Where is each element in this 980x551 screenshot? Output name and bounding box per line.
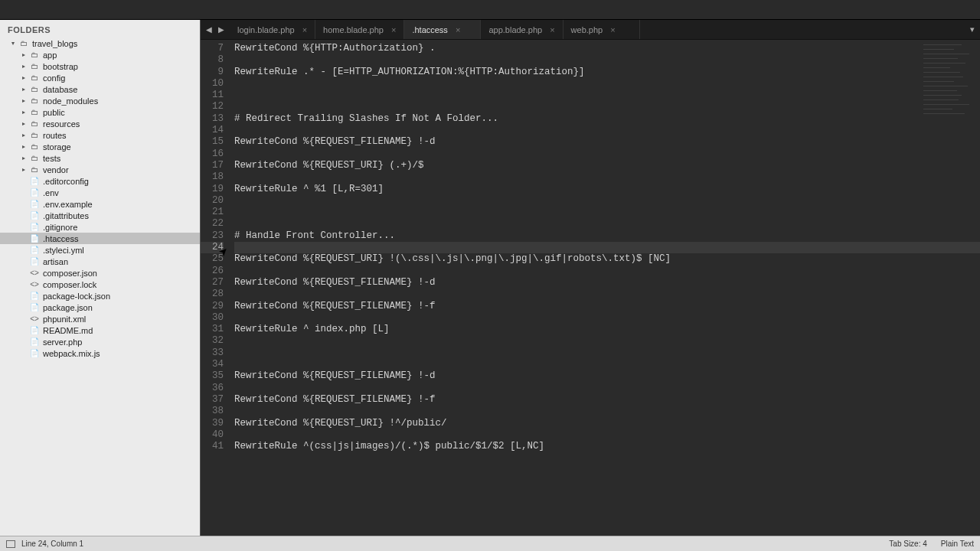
file-item-artisan[interactable]: 📄artisan (0, 256, 200, 267)
folder-item-database[interactable]: ▸🗀database (0, 83, 200, 95)
disclosure-icon[interactable]: ▸ (20, 109, 28, 116)
code-line[interactable] (234, 125, 980, 136)
file-item-readme-md[interactable]: 📄README.md (0, 324, 200, 336)
code-line[interactable]: RewriteCond %{REQUEST_FILENAME} !-d (234, 370, 980, 382)
code-line[interactable] (234, 148, 980, 160)
tab-close-icon[interactable]: × (391, 25, 396, 34)
tab-login-blade-php[interactable]: login.blade.php× (230, 20, 315, 39)
code-line[interactable]: RewriteRule ^(css|js|images)/(.*)$ publi… (234, 441, 980, 452)
code-line[interactable]: RewriteRule ^ %1 [L,R=301] (234, 184, 980, 195)
code-line[interactable]: RewriteCond %{REQUEST_URI} !(\.css|\.js|… (234, 253, 980, 265)
file-item-package-json[interactable]: 📄package.json (0, 302, 200, 313)
tree-item-label: config (43, 73, 65, 83)
file-item--styleci-yml[interactable]: 📄.styleci.yml (0, 244, 200, 256)
disclosure-icon[interactable]: ▸ (20, 97, 28, 105)
code-line[interactable] (234, 195, 980, 207)
folder-item-public[interactable]: ▸🗀public (0, 106, 200, 118)
code-line[interactable] (234, 266, 980, 277)
folder-item-routes[interactable]: ▸🗀routes (0, 129, 200, 141)
tab-close-icon[interactable]: × (610, 25, 615, 34)
line-number: 21 (201, 207, 224, 218)
disclosure-icon[interactable]: ▸ (20, 63, 28, 70)
code-line[interactable] (234, 90, 980, 101)
code-line[interactable] (234, 406, 980, 417)
tree-item-label: package-lock.json (43, 292, 110, 301)
folder-item-tests[interactable]: ▸🗀tests (0, 152, 200, 164)
code-line[interactable] (234, 171, 980, 183)
code-line[interactable] (234, 289, 980, 300)
code-line[interactable]: RewriteRule .* - [E=HTTP_AUTHORIZATION:%… (234, 67, 980, 78)
tab-close-icon[interactable]: × (456, 25, 460, 34)
folder-item-resources[interactable]: ▸🗀resources (0, 118, 200, 129)
file-item--htaccess[interactable]: 📄.htaccess (0, 233, 200, 244)
file-item-phpunit-xml[interactable]: <>phpunit.xml (0, 313, 200, 324)
disclosure-icon[interactable]: ▸ (20, 166, 28, 174)
file-item--editorconfig[interactable]: 📄.editorconfig (0, 175, 200, 187)
file-item-server-php[interactable]: 📄server.php (0, 336, 200, 347)
folder-item-storage[interactable]: ▸🗀storage (0, 141, 200, 152)
code-line[interactable] (234, 78, 980, 90)
code-line[interactable] (234, 207, 980, 218)
code-line[interactable] (234, 429, 980, 441)
file-item--gitignore[interactable]: 📄.gitignore (0, 221, 200, 233)
folder-item-config[interactable]: ▸🗀config (0, 72, 200, 83)
disclosure-icon[interactable]: ▸ (20, 74, 28, 82)
tree-item-label: bootstrap (43, 62, 78, 71)
file-item--gitattributes[interactable]: 📄.gitattributes (0, 210, 200, 221)
code-line[interactable]: RewriteCond %{REQUEST_FILENAME} !-d (234, 136, 980, 148)
tab-web-php[interactable]: web.php× (564, 20, 640, 39)
editor-body[interactable]: 7891011121314151617181920212223242526272… (201, 40, 980, 536)
folder-item-app[interactable]: ▸🗀app (0, 49, 200, 60)
code-line[interactable] (234, 312, 980, 324)
disclosure-icon[interactable]: ▸ (20, 155, 28, 162)
code-line[interactable]: RewriteCond %{REQUEST_URI} (.+)/$ (234, 160, 980, 171)
code-line[interactable]: RewriteCond %{REQUEST_FILENAME} !-f (234, 394, 980, 406)
folder-item-vendor[interactable]: ▸🗀vendor (0, 164, 200, 175)
file-item-composer-json[interactable]: <>composer.json (0, 267, 200, 279)
minimap[interactable] (923, 43, 977, 127)
code-line[interactable] (234, 242, 980, 253)
status-syntax[interactable]: Plain Text (941, 540, 974, 548)
code-line[interactable] (234, 218, 980, 230)
folder-item-bootstrap[interactable]: ▸🗀bootstrap (0, 60, 200, 72)
code-line[interactable]: RewriteCond %{HTTP:Authorization} . (234, 43, 980, 54)
tab-nav-forward-icon[interactable]: ▶ (216, 25, 227, 34)
file-item-composer-lock[interactable]: <>composer.lock (0, 279, 200, 290)
tab-close-icon[interactable]: × (550, 25, 554, 34)
tab-app-blade-php[interactable]: app.blade.php× (481, 20, 563, 39)
line-number: 30 (201, 312, 224, 324)
code-line[interactable]: # Redirect Trailing Slashes If Not A Fol… (234, 113, 980, 125)
code-line[interactable] (234, 101, 980, 112)
folder-item-travel-blogs[interactable]: ▾🗀travel_blogs (0, 37, 200, 49)
disclosure-icon[interactable]: ▾ (9, 40, 17, 47)
file-item-package-lock-json[interactable]: 📄package-lock.json (0, 290, 200, 302)
tab-home-blade-php[interactable]: home.blade.php× (315, 20, 404, 39)
folder-item-node-modules[interactable]: ▸🗀node_modules (0, 95, 200, 106)
disclosure-icon (20, 292, 28, 300)
tab-overflow-icon[interactable]: ▾ (965, 20, 980, 39)
code-content[interactable]: RewriteCond %{HTTP:Authorization} .Rewri… (228, 40, 980, 536)
status-tab-size[interactable]: Tab Size: 4 (889, 540, 926, 548)
code-line[interactable]: RewriteCond %{REQUEST_FILENAME} !-d (234, 277, 980, 289)
code-line[interactable]: # Handle Front Controller... (234, 230, 980, 242)
code-line[interactable]: RewriteRule ^ index.php [L] (234, 324, 980, 335)
tab-close-icon[interactable]: × (302, 25, 307, 34)
code-line[interactable] (234, 383, 980, 394)
tab--htaccess[interactable]: .htaccess× (404, 20, 481, 39)
disclosure-icon[interactable]: ▸ (20, 132, 28, 139)
code-line[interactable] (234, 335, 980, 347)
code-line[interactable] (234, 347, 980, 359)
code-line[interactable]: RewriteCond %{REQUEST_URI} !^/public/ (234, 418, 980, 429)
disclosure-icon[interactable]: ▸ (20, 143, 28, 151)
disclosure-icon[interactable]: ▸ (20, 86, 28, 93)
file-item--env-example[interactable]: 📄.env.example (0, 198, 200, 210)
file-item-webpack-mix-js[interactable]: 📄webpack.mix.js (0, 347, 200, 359)
tab-nav-back-icon[interactable]: ◀ (204, 25, 214, 34)
status-panel-icon[interactable] (6, 540, 15, 548)
disclosure-icon[interactable]: ▸ (20, 51, 28, 59)
file-item--env[interactable]: 📄.env (0, 187, 200, 198)
code-line[interactable]: RewriteCond %{REQUEST_FILENAME} !-f (234, 301, 980, 312)
code-line[interactable] (234, 359, 980, 370)
disclosure-icon[interactable]: ▸ (20, 120, 28, 128)
code-line[interactable] (234, 54, 980, 66)
